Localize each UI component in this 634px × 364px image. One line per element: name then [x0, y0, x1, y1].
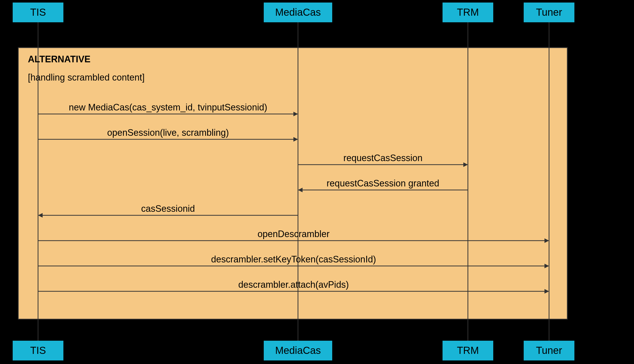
message-label: casSessionid [141, 203, 195, 214]
message-label: requestCasSession granted [327, 178, 439, 188]
top-participant-label-tis: TIS [30, 7, 46, 18]
message-label: requestCasSession [343, 153, 422, 163]
bottom-participant-label-tuner: Tuner [536, 345, 562, 356]
alt-label: ALTERNATIVE [28, 54, 91, 64]
message-label: openDescrambler [257, 229, 329, 239]
alt-fragment [18, 48, 567, 319]
message-label: descrambler.setKeyToken(casSessionId) [211, 254, 376, 264]
top-participant-label-tuner: Tuner [536, 7, 562, 18]
sequence-diagram: ALTERNATIVE[handling scrambled content]n… [0, 0, 634, 364]
bottom-participant-label-tis: TIS [30, 345, 46, 356]
bottom-participant-label-mediacas: MediaCas [275, 345, 321, 356]
message-label: descrambler.attach(avPids) [238, 279, 349, 290]
alt-condition: [handling scrambled content] [28, 72, 145, 83]
message-label: new MediaCas(cas_system_id, tvinputSessi… [69, 102, 267, 112]
bottom-participant-label-trm: TRM [457, 345, 479, 356]
top-participant-label-trm: TRM [457, 7, 479, 18]
message-label: openSession(live, scrambling) [107, 127, 229, 138]
top-participant-label-mediacas: MediaCas [275, 7, 321, 18]
